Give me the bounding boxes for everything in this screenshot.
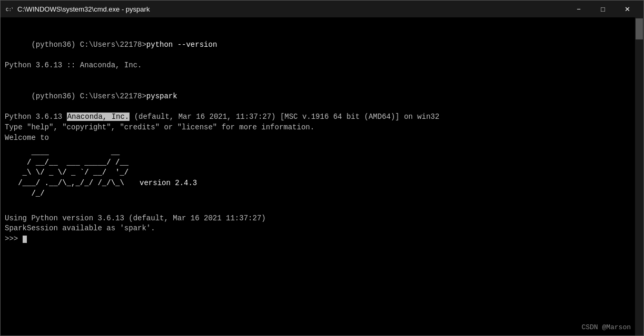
window-controls: − □ ✕: [567, 1, 639, 17]
console-line: Python 3.6.13 Anaconda, Inc. (default, M…: [5, 112, 639, 123]
logo-line-2: / __/__ ___ _____/ /__: [5, 158, 639, 168]
console-line: [5, 19, 639, 30]
console-area[interactable]: (python36) C:\Users\22178>python --versi…: [1, 17, 643, 335]
scrollbar-thumb[interactable]: [636, 18, 643, 39]
logo-line-3: _\ \/ _ \/ _ `/ __/ '_/: [5, 168, 639, 178]
cursor: [23, 236, 27, 243]
logo-line-4: /___/ .__/\_,_/_/ /_/\_\: [5, 178, 137, 189]
prompt: (python36) C:\Users\22178>: [31, 92, 146, 100]
console-line: Type "help", "copyright", "credits" or "…: [5, 123, 639, 133]
prompt-line: >>>: [5, 234, 639, 245]
console-line: Welcome to: [5, 133, 639, 144]
cmd-window: C:\ C:\WINDOWS\system32\cmd.exe - pyspar…: [0, 0, 644, 336]
minimize-button[interactable]: −: [567, 1, 591, 17]
svg-text:C:\: C:\: [6, 7, 13, 13]
console-line: (python36) C:\Users\22178>pyspark: [5, 82, 639, 113]
cmd-icon: C:\: [5, 5, 13, 13]
spark-logo: ____ __ / __/__ ___ _____/ /__ _\ \/ _ \…: [5, 147, 639, 199]
cmd-text: pyspark: [146, 92, 177, 100]
title-bar[interactable]: C:\ C:\WINDOWS\system32\cmd.exe - pyspar…: [1, 1, 643, 17]
console-line: SparkSession available as 'spark'.: [5, 223, 639, 234]
window-title: C:\WINDOWS\system32\cmd.exe - pyspark: [17, 5, 567, 13]
logo-line-1: ____ __: [5, 147, 639, 158]
console-line: [5, 71, 639, 82]
maximize-button[interactable]: □: [591, 1, 615, 17]
highlight-anaconda: Anaconda, Inc.: [67, 113, 130, 121]
watermark: CSDN @Marson: [581, 323, 631, 331]
console-line: (python36) C:\Users\22178>python --versi…: [5, 30, 639, 61]
prompt: (python36) C:\Users\22178>: [31, 40, 146, 49]
console-line: Using Python version 3.6.13 (default, Ma…: [5, 213, 639, 224]
spark-version: version 2.4.3: [140, 179, 197, 188]
console-line: Python 3.6.13 :: Anaconda, Inc.: [5, 60, 639, 71]
scrollbar[interactable]: [635, 17, 643, 335]
logo-line-5: /_/: [5, 189, 639, 199]
cmd-text: python --version: [146, 40, 217, 49]
logo-line-4-row: /___/ .__/\_,_/_/ /_/\_\ version 2.4.3: [5, 178, 639, 189]
console-line: [5, 203, 639, 213]
close-button[interactable]: ✕: [615, 1, 639, 17]
